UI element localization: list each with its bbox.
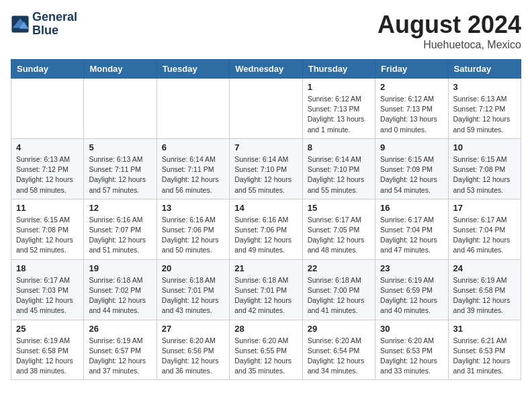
day-info: Sunrise: 6:20 AMSunset: 6:55 PMDaylight:… (234, 336, 297, 377)
day-info: Sunrise: 6:19 AMSunset: 6:59 PMDaylight:… (380, 275, 443, 316)
title-area: August 2024 Huehuetoca, Mexico (378, 11, 521, 51)
day-info: Sunrise: 6:17 AMSunset: 7:04 PMDaylight:… (380, 215, 443, 256)
calendar-day-cell: 2Sunrise: 6:12 AMSunset: 7:13 PMDaylight… (375, 79, 448, 139)
calendar-header-row: SundayMondayTuesdayWednesdayThursdayFrid… (11, 60, 521, 79)
day-number: 13 (162, 203, 224, 213)
day-info: Sunrise: 6:17 AMSunset: 7:05 PMDaylight:… (308, 215, 370, 256)
calendar-week-row: 25Sunrise: 6:19 AMSunset: 6:58 PMDayligh… (11, 320, 521, 380)
calendar-day-cell: 23Sunrise: 6:19 AMSunset: 6:59 PMDayligh… (375, 259, 448, 320)
day-of-week-header: Sunday (11, 60, 84, 79)
calendar-day-cell: 3Sunrise: 6:13 AMSunset: 7:12 PMDaylight… (448, 79, 521, 139)
calendar-day-cell: 14Sunrise: 6:16 AMSunset: 7:06 PMDayligh… (230, 199, 302, 259)
calendar-empty-cell (157, 79, 229, 139)
day-number: 16 (380, 203, 443, 213)
day-info: Sunrise: 6:19 AMSunset: 6:58 PMDaylight:… (16, 336, 79, 377)
day-info: Sunrise: 6:21 AMSunset: 6:53 PMDaylight:… (453, 336, 516, 377)
calendar-table: SundayMondayTuesdayWednesdayThursdayFrid… (11, 59, 521, 380)
day-info: Sunrise: 6:17 AMSunset: 7:03 PMDaylight:… (16, 275, 79, 316)
calendar-week-row: 18Sunrise: 6:17 AMSunset: 7:03 PMDayligh… (11, 259, 521, 320)
day-number: 8 (308, 142, 370, 152)
calendar-empty-cell (230, 79, 302, 139)
day-number: 27 (162, 324, 224, 334)
calendar-day-cell: 10Sunrise: 6:15 AMSunset: 7:08 PMDayligh… (448, 138, 521, 199)
calendar-day-cell: 6Sunrise: 6:14 AMSunset: 7:11 PMDaylight… (157, 138, 229, 199)
calendar-day-cell: 25Sunrise: 6:19 AMSunset: 6:58 PMDayligh… (11, 320, 84, 380)
day-number: 29 (308, 324, 370, 334)
day-of-week-header: Friday (375, 60, 448, 79)
day-info: Sunrise: 6:20 AMSunset: 6:53 PMDaylight:… (380, 336, 443, 377)
calendar-body: 1Sunrise: 6:12 AMSunset: 7:13 PMDaylight… (11, 79, 521, 380)
logo-text: General Blue (32, 11, 77, 38)
calendar-empty-cell (84, 79, 157, 139)
day-info: Sunrise: 6:15 AMSunset: 7:09 PMDaylight:… (380, 154, 443, 195)
calendar-day-cell: 19Sunrise: 6:18 AMSunset: 7:02 PMDayligh… (84, 259, 157, 320)
calendar-day-cell: 16Sunrise: 6:17 AMSunset: 7:04 PMDayligh… (375, 199, 448, 259)
day-info: Sunrise: 6:15 AMSunset: 7:08 PMDaylight:… (453, 154, 516, 195)
calendar-day-cell: 11Sunrise: 6:15 AMSunset: 7:08 PMDayligh… (11, 199, 84, 259)
day-number: 25 (16, 324, 79, 334)
day-number: 20 (162, 263, 224, 273)
calendar-week-row: 11Sunrise: 6:15 AMSunset: 7:08 PMDayligh… (11, 199, 521, 259)
day-info: Sunrise: 6:16 AMSunset: 7:07 PMDaylight:… (89, 215, 151, 256)
day-of-week-header: Wednesday (230, 60, 302, 79)
calendar-day-cell: 21Sunrise: 6:18 AMSunset: 7:01 PMDayligh… (230, 259, 302, 320)
calendar-day-cell: 9Sunrise: 6:15 AMSunset: 7:09 PMDaylight… (375, 138, 448, 199)
day-of-week-header: Thursday (302, 60, 375, 79)
day-info: Sunrise: 6:14 AMSunset: 7:10 PMDaylight:… (308, 154, 370, 195)
day-of-week-header: Tuesday (157, 60, 229, 79)
day-number: 10 (453, 142, 516, 152)
day-number: 7 (234, 142, 297, 152)
day-info: Sunrise: 6:18 AMSunset: 7:01 PMDaylight:… (234, 275, 297, 316)
calendar-day-cell: 30Sunrise: 6:20 AMSunset: 6:53 PMDayligh… (375, 320, 448, 380)
calendar-day-cell: 15Sunrise: 6:17 AMSunset: 7:05 PMDayligh… (302, 199, 375, 259)
day-info: Sunrise: 6:16 AMSunset: 7:06 PMDaylight:… (162, 215, 224, 256)
day-of-week-header: Saturday (448, 60, 521, 79)
day-number: 24 (453, 263, 516, 273)
calendar-week-row: 4Sunrise: 6:13 AMSunset: 7:12 PMDaylight… (11, 138, 521, 199)
day-number: 17 (453, 203, 516, 213)
day-info: Sunrise: 6:17 AMSunset: 7:04 PMDaylight:… (453, 215, 516, 256)
day-number: 21 (234, 263, 297, 273)
calendar-day-cell: 5Sunrise: 6:13 AMSunset: 7:11 PMDaylight… (84, 138, 157, 199)
day-info: Sunrise: 6:16 AMSunset: 7:06 PMDaylight:… (234, 215, 297, 256)
day-info: Sunrise: 6:20 AMSunset: 6:56 PMDaylight:… (162, 336, 224, 377)
day-info: Sunrise: 6:12 AMSunset: 7:13 PMDaylight:… (308, 94, 370, 135)
calendar-day-cell: 26Sunrise: 6:19 AMSunset: 6:57 PMDayligh… (84, 320, 157, 380)
day-number: 23 (380, 263, 443, 273)
day-number: 9 (380, 142, 443, 152)
calendar-day-cell: 4Sunrise: 6:13 AMSunset: 7:12 PMDaylight… (11, 138, 84, 199)
day-number: 5 (89, 142, 151, 152)
calendar-day-cell: 29Sunrise: 6:20 AMSunset: 6:54 PMDayligh… (302, 320, 375, 380)
day-info: Sunrise: 6:19 AMSunset: 6:58 PMDaylight:… (453, 275, 516, 316)
location-subtitle: Huehuetoca, Mexico (378, 39, 521, 51)
day-number: 14 (234, 203, 297, 213)
day-number: 28 (234, 324, 297, 334)
calendar-day-cell: 8Sunrise: 6:14 AMSunset: 7:10 PMDaylight… (302, 138, 375, 199)
calendar-day-cell: 7Sunrise: 6:14 AMSunset: 7:10 PMDaylight… (230, 138, 302, 199)
calendar-day-cell: 31Sunrise: 6:21 AMSunset: 6:53 PMDayligh… (448, 320, 521, 380)
calendar-day-cell: 27Sunrise: 6:20 AMSunset: 6:56 PMDayligh… (157, 320, 229, 380)
day-info: Sunrise: 6:13 AMSunset: 7:12 PMDaylight:… (16, 154, 79, 195)
day-info: Sunrise: 6:13 AMSunset: 7:11 PMDaylight:… (89, 154, 151, 195)
day-number: 26 (89, 324, 151, 334)
logo: General Blue (11, 11, 77, 38)
calendar-day-cell: 13Sunrise: 6:16 AMSunset: 7:06 PMDayligh… (157, 199, 229, 259)
day-number: 2 (380, 82, 443, 92)
calendar-day-cell: 17Sunrise: 6:17 AMSunset: 7:04 PMDayligh… (448, 199, 521, 259)
calendar-day-cell: 12Sunrise: 6:16 AMSunset: 7:07 PMDayligh… (84, 199, 157, 259)
day-number: 15 (308, 203, 370, 213)
day-info: Sunrise: 6:15 AMSunset: 7:08 PMDaylight:… (16, 215, 79, 256)
month-year-title: August 2024 (378, 11, 521, 39)
day-number: 6 (162, 142, 224, 152)
page-header: General Blue August 2024 Huehuetoca, Mex… (11, 11, 521, 51)
calendar-day-cell: 1Sunrise: 6:12 AMSunset: 7:13 PMDaylight… (302, 79, 375, 139)
day-info: Sunrise: 6:20 AMSunset: 6:54 PMDaylight:… (308, 336, 370, 377)
day-number: 30 (380, 324, 443, 334)
day-number: 18 (16, 263, 79, 273)
day-info: Sunrise: 6:19 AMSunset: 6:57 PMDaylight:… (89, 336, 151, 377)
day-number: 11 (16, 203, 79, 213)
day-number: 22 (308, 263, 370, 273)
day-info: Sunrise: 6:18 AMSunset: 7:00 PMDaylight:… (308, 275, 370, 316)
day-number: 3 (453, 82, 516, 92)
calendar-week-row: 1Sunrise: 6:12 AMSunset: 7:13 PMDaylight… (11, 79, 521, 139)
